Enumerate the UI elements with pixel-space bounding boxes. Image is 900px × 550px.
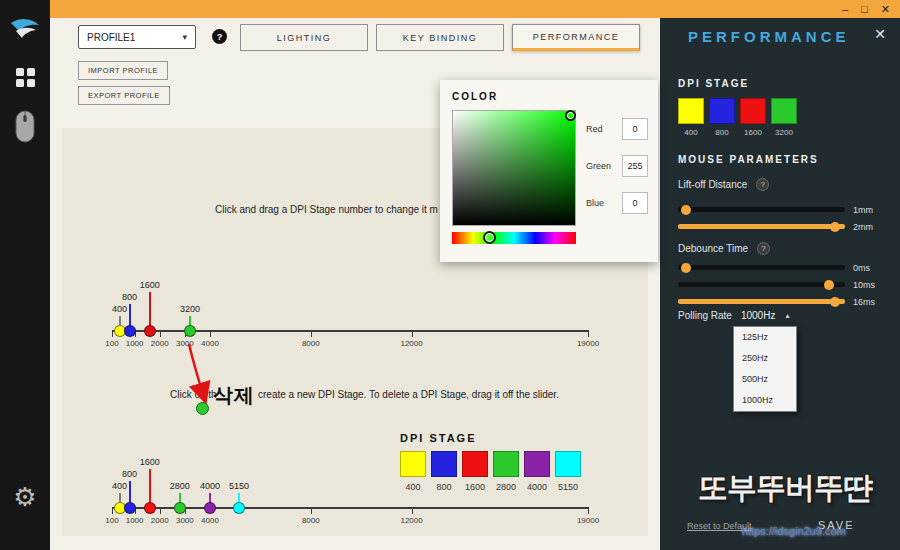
maximize-button[interactable]: □: [861, 1, 868, 17]
tab-performance[interactable]: PERFORMANCE: [512, 24, 640, 51]
dpi-stage-value-label[interactable]: 400: [112, 304, 127, 314]
axis-tick-label: 8000: [302, 516, 320, 525]
axis-tick: [412, 507, 413, 514]
debounce-slider-track[interactable]: [678, 299, 845, 304]
axis-tick: [311, 330, 312, 337]
help-icon[interactable]: ?: [757, 242, 770, 255]
dpi-stage-dot-1600[interactable]: [144, 502, 156, 514]
dpi-stage-value-label[interactable]: 5150: [229, 481, 249, 491]
debounce-slider-track[interactable]: [678, 265, 845, 270]
help-icon[interactable]: ?: [756, 178, 769, 191]
profile-select[interactable]: PROFILE1 ▾: [78, 25, 196, 49]
dpi-stage-value-label[interactable]: 2800: [170, 481, 190, 491]
save-button[interactable]: SAVE: [818, 519, 855, 531]
liftoff-label-row: Lift-off Distance ?: [678, 178, 769, 191]
dpi-stage-value-label[interactable]: 800: [122, 292, 137, 302]
dpi-stage-dot-5150[interactable]: [233, 502, 245, 514]
apps-grid-icon[interactable]: [0, 68, 50, 87]
import-profile-button[interactable]: IMPORT PROFILE: [78, 61, 168, 80]
dpi-swatch-800[interactable]: [709, 98, 735, 124]
left-sidebar: ⚙: [0, 0, 50, 550]
axis-tick: [588, 330, 589, 337]
dpi-swatch-label: 3200: [771, 128, 797, 137]
sv-marker[interactable]: [565, 110, 576, 121]
axis-tick-label: 4000: [201, 516, 219, 525]
dpi-swatch-item: 800: [709, 98, 735, 137]
help-icon[interactable]: ?: [212, 29, 227, 44]
debounce-slider-track[interactable]: [678, 282, 845, 287]
export-profile-button[interactable]: EXPORT PROFILE: [78, 86, 170, 105]
dpi-swatch-1600[interactable]: [740, 98, 766, 124]
dpi-stage-dot-1600[interactable]: [144, 325, 156, 337]
dpi-stage-dot-2800[interactable]: [174, 502, 186, 514]
settings-gear-icon[interactable]: ⚙: [0, 484, 50, 510]
mouse-parameters-title: MOUSE PARAMETERS: [678, 154, 819, 165]
polling-option-125Hz[interactable]: 125Hz: [734, 327, 796, 348]
window-close-button[interactable]: ✕: [881, 1, 890, 17]
debounce-option-10ms: 10ms: [678, 279, 875, 290]
saturation-value-gradient[interactable]: [452, 110, 576, 226]
dpi-stage-value-label[interactable]: 800: [122, 469, 137, 479]
performance-panel: PERFORMANCE ✕ DPI STAGE 40080016003200 M…: [660, 18, 900, 550]
panel-title: PERFORMANCE: [688, 28, 850, 45]
dpi-swatch-3200[interactable]: [771, 98, 797, 124]
channel-input-red[interactable]: 0: [622, 118, 648, 140]
hue-marker[interactable]: [483, 231, 496, 244]
rgb-channels: Red0Green255Blue0: [586, 118, 648, 229]
tab-lighting[interactable]: LIGHTING: [240, 24, 368, 51]
polling-rate-value[interactable]: 1000Hz: [741, 310, 775, 321]
polling-rate-row: Polling Rate 1000Hz ▴: [678, 310, 789, 321]
color-picker-popup: COLOR Red0Green255Blue0: [440, 80, 658, 262]
chevron-down-icon: ▾: [182, 32, 187, 42]
polling-option-500Hz[interactable]: 500Hz: [734, 369, 796, 390]
debounce-slider-thumb[interactable]: [824, 280, 834, 290]
dpi-stage-value-label[interactable]: 1600: [140, 280, 160, 290]
dpi-swatch-label: 800: [709, 128, 735, 137]
dpi-stage-value-label[interactable]: 4000: [200, 481, 220, 491]
liftoff-value-label: 1mm: [853, 205, 873, 215]
axis-tick-label: 3000: [176, 516, 194, 525]
main-content: PROFILE1 ▾ ? LIGHTINGKEY BINDINGPERFORMA…: [50, 18, 660, 550]
channel-row-blue: Blue0: [586, 192, 648, 214]
mouse-icon[interactable]: [0, 110, 50, 144]
chevron-up-icon[interactable]: ▴: [785, 311, 789, 320]
tab-key-binding[interactable]: KEY BINDING: [376, 24, 504, 51]
window-controls: – □ ✕: [842, 1, 890, 17]
liftoff-option-1mm: 1mm: [678, 204, 873, 215]
instruction-top: Click and drag a DPI Stage number to cha…: [215, 204, 438, 215]
liftoff-slider-thumb[interactable]: [681, 205, 691, 215]
axis-tick-label: 19000: [577, 516, 599, 525]
dpi-stage-dot-800[interactable]: [124, 325, 136, 337]
debounce-slider-thumb[interactable]: [830, 297, 840, 307]
polling-rate-label: Polling Rate: [678, 310, 732, 321]
liftoff-slider-thumb[interactable]: [830, 222, 840, 232]
dpi-stage-value-label[interactable]: 1600: [140, 457, 160, 467]
axis-tick-label: 12000: [400, 516, 422, 525]
polling-option-250Hz[interactable]: 250Hz: [734, 348, 796, 369]
polling-option-1000Hz[interactable]: 1000Hz: [734, 390, 796, 411]
debounce-slider-thumb[interactable]: [681, 263, 691, 273]
axis-tick-label: 100: [105, 516, 118, 525]
minimize-button[interactable]: –: [842, 1, 848, 17]
panel-close-icon[interactable]: ✕: [874, 26, 886, 42]
annotation-label: 삭제: [213, 382, 255, 409]
dpi-stage-value-label[interactable]: 3200: [180, 304, 200, 314]
reset-default-link[interactable]: Reset to Default: [687, 521, 752, 531]
channel-input-green[interactable]: 255: [622, 155, 648, 177]
axis-tick: [160, 330, 161, 337]
brand-logo-icon[interactable]: [0, 16, 50, 42]
dpi-stage-dot-4000[interactable]: [204, 502, 216, 514]
dpi-stage-value-label[interactable]: 400: [112, 481, 127, 491]
annotation-green-dot[interactable]: [196, 402, 209, 415]
channel-input-blue[interactable]: 0: [622, 192, 648, 214]
liftoff-slider-track[interactable]: [678, 224, 845, 229]
debounce-option-16ms: 16ms: [678, 296, 875, 307]
panel-dpi-swatches: 40080016003200: [678, 98, 797, 137]
dpi-stage-dot-800[interactable]: [124, 502, 136, 514]
dpi-swatch-400[interactable]: [678, 98, 704, 124]
liftoff-slider-track[interactable]: [678, 207, 845, 212]
panel-dpi-stage-title: DPI STAGE: [678, 78, 749, 89]
hue-slider[interactable]: [452, 232, 576, 244]
dpi-swatch-item: 400: [678, 98, 704, 137]
axis-tick-label: 2000: [151, 516, 169, 525]
